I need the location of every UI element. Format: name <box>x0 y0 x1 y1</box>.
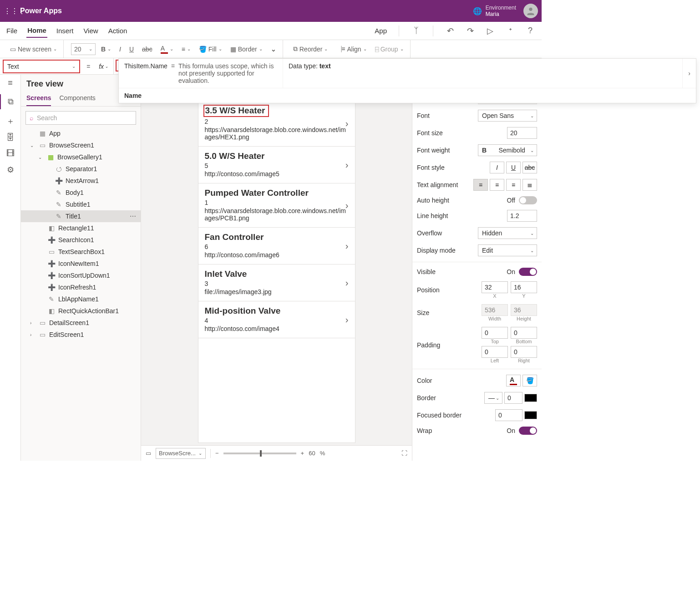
menu-file[interactable]: File <box>5 24 18 37</box>
tree-node-more-icon[interactable]: ⋯ <box>130 213 137 220</box>
tree-node-rectangle[interactable]: ◧Rectangle11 <box>21 222 141 234</box>
prop-padding-bottom[interactable]: 0 <box>511 327 537 339</box>
tree-node-editscreen[interactable]: ›▭EditScreen1 <box>21 329 141 341</box>
reorder-button[interactable]: ⧉ Reorder ⌄ <box>290 44 331 54</box>
rail-settings-icon[interactable]: ⚙ <box>7 165 14 175</box>
prop-focusedborder-width[interactable]: 0 <box>495 409 522 421</box>
italic-button[interactable]: I <box>117 45 124 54</box>
prop-color-fill[interactable]: 🪣 <box>522 375 537 386</box>
fontstyle-strike-button[interactable]: abc <box>522 162 537 173</box>
prop-border-color[interactable] <box>524 394 537 402</box>
prop-displaymode-select[interactable]: Edit⌄ <box>478 244 537 256</box>
menu-insert[interactable]: Insert <box>56 24 75 37</box>
fit-to-screen-icon[interactable]: ⛶ <box>401 450 407 457</box>
gallery-item[interactable]: 3.5 W/S Heater 2 https://vanarsdelstorag… <box>198 100 355 147</box>
tree-node-browsescreen[interactable]: ⌄▭BrowseScreen1 <box>21 139 141 151</box>
prop-overflow-select[interactable]: Hidden⌄ <box>478 227 537 239</box>
strike-button[interactable]: abc <box>139 45 155 54</box>
prop-border-width[interactable]: 0 <box>504 392 522 404</box>
fontstyle-italic-button[interactable]: I <box>490 162 504 173</box>
prop-color-font[interactable]: A <box>506 375 521 386</box>
gallery-item[interactable]: Fan Controller 6 http://contoso.com/imag… <box>198 228 355 264</box>
prop-autoheight-toggle[interactable] <box>519 196 537 204</box>
zoom-slider[interactable] <box>223 453 296 454</box>
align-left-button[interactable]: ≡ <box>473 179 488 191</box>
tree-node-iconsort[interactable]: ➕IconSortUpDown1 <box>21 270 141 281</box>
tab-components[interactable]: Components <box>59 92 95 106</box>
prop-padding-left[interactable]: 0 <box>482 346 508 358</box>
tab-screens[interactable]: Screens <box>26 92 51 106</box>
menu-view[interactable]: View <box>82 24 99 37</box>
bold-button[interactable]: B ⌄ <box>98 45 114 54</box>
chevron-right-icon[interactable]: › <box>345 200 349 211</box>
tree-node-searchicon[interactable]: ➕SearchIcon1 <box>21 234 141 246</box>
rail-data-icon[interactable]: 🗄 <box>6 133 15 142</box>
zoom-in-button[interactable]: + <box>301 450 304 457</box>
prop-padding-top[interactable]: 0 <box>482 327 508 339</box>
tree-node-iconrefresh[interactable]: ➕IconRefresh1 <box>21 281 141 293</box>
canvas-phone-preview[interactable]: ⌕ Search items 3.5 W/S Heater 2 https://… <box>198 79 355 442</box>
gallery-item[interactable]: 5.0 W/S Heater 5 http://contoso.com/imag… <box>198 147 355 183</box>
prop-wrap-toggle[interactable] <box>519 427 537 435</box>
gallery-item[interactable]: Inlet Valve 3 file://images/image3.jpg › <box>198 264 355 301</box>
tree-node-browsegallery[interactable]: ⌄▦BrowseGallery1 <box>21 151 141 163</box>
border-button[interactable]: ▦ Border ⌄ <box>228 45 265 54</box>
new-screen-button[interactable]: ▭ New screen ⌄ <box>7 45 60 54</box>
rail-hamburger-icon[interactable]: ≡ <box>8 78 13 88</box>
tree-node-title[interactable]: ✎Title1⋯ <box>21 210 141 222</box>
tree-node-subtitle[interactable]: ✎Subtitle1 <box>21 198 141 210</box>
prop-font-select[interactable]: Open Sans⌄ <box>478 110 537 122</box>
prop-position-x[interactable]: 32 <box>482 281 508 293</box>
chevron-right-icon[interactable]: › <box>345 315 349 325</box>
redo-icon[interactable]: ↷ <box>464 26 476 36</box>
prop-border-style[interactable]: —⌄ <box>484 392 502 404</box>
tree-node-lblappname[interactable]: ✎LblAppName1 <box>21 293 141 305</box>
textalign-button[interactable]: ≡ ⌄ <box>179 45 193 54</box>
chevron-right-icon[interactable]: › <box>345 160 349 170</box>
tree-node-separator[interactable]: ⭯Separator1 <box>21 163 141 175</box>
fontstyle-underline-button[interactable]: U <box>506 162 521 173</box>
gallery-item[interactable]: Pumped Water Controller 1 https://vanars… <box>198 183 355 228</box>
menu-action[interactable]: Action <box>107 24 128 37</box>
gallery-item-title[interactable]: 3.5 W/S Heater <box>203 105 269 117</box>
prop-fontweight-select[interactable]: B Semibold⌄ <box>478 144 537 156</box>
overflow-button[interactable]: ⌄ <box>268 45 279 54</box>
align-center-button[interactable]: ≡ <box>490 179 504 191</box>
chevron-right-icon[interactable]: › <box>345 278 349 288</box>
share-icon[interactable]: ᐩ <box>504 26 516 36</box>
help-icon[interactable]: ? <box>524 26 536 36</box>
chevron-right-icon[interactable]: › <box>345 241 349 251</box>
app-checker-icon[interactable]: ᛉ <box>410 26 422 36</box>
prop-size-h[interactable]: 36 <box>511 304 537 316</box>
environment-picker[interactable]: 🌐 Environment Maria <box>473 5 516 17</box>
tree-node-app[interactable]: ▦App <box>21 127 141 139</box>
tree-node-textsearchbox[interactable]: ▭TextSearchBox1 <box>21 246 141 258</box>
chevron-right-icon[interactable]: › <box>345 118 349 128</box>
underline-button[interactable]: U <box>127 45 137 54</box>
tree-node-body[interactable]: ✎Body1 <box>21 187 141 198</box>
prop-position-y[interactable]: 16 <box>511 281 537 293</box>
prop-focusedborder-color[interactable] <box>524 411 537 419</box>
rail-media-icon[interactable]: 🎞 <box>6 149 15 158</box>
align-right-button[interactable]: ≡ <box>506 179 521 191</box>
align-button[interactable]: ⎹≡ Align ⌄ <box>333 44 369 54</box>
rail-insert-icon[interactable]: ＋ <box>6 116 15 127</box>
rail-treeview-icon[interactable]: ⧉ <box>0 94 20 109</box>
fontsize-input[interactable]: 20⌄ <box>71 43 96 55</box>
prop-size-w[interactable]: 536 <box>482 304 508 316</box>
menu-app[interactable]: App <box>374 24 388 37</box>
align-justify-button[interactable]: ≣ <box>522 179 537 191</box>
fill-button[interactable]: 🪣 Fill ⌄ <box>196 45 225 54</box>
property-selector[interactable]: Text ⌄ <box>3 60 80 73</box>
tree-search-input[interactable]: ⌕ Search <box>25 111 136 125</box>
prop-visible-toggle[interactable] <box>519 268 537 276</box>
fx-button[interactable]: fx⌄ <box>94 58 114 74</box>
tree-node-nextarrow[interactable]: ➕NextArrow1 <box>21 175 141 187</box>
gallery-item[interactable]: Mid-position Valve 4 http://contoso.com/… <box>198 301 355 338</box>
user-avatar[interactable] <box>523 4 538 18</box>
app-launcher-icon[interactable]: ⋮⋮⋮ <box>4 7 18 15</box>
prop-lineheight-input[interactable]: 1.2 <box>507 210 537 222</box>
statusbar-screen-picker[interactable]: BrowseScre...⌄ <box>156 448 206 459</box>
menu-home[interactable]: Home <box>26 24 47 38</box>
undo-icon[interactable]: ↶ <box>444 26 456 36</box>
